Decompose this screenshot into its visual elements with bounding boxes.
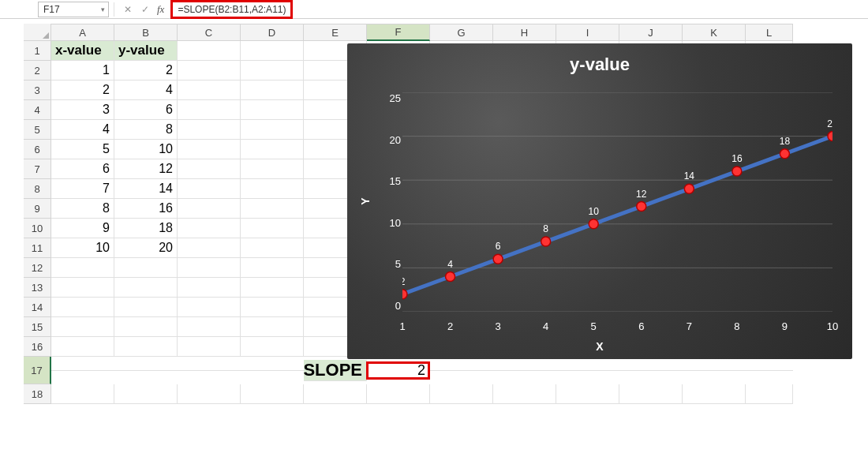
cell-D11[interactable] (241, 238, 304, 258)
cell-D12[interactable] (241, 258, 304, 278)
cell-A6[interactable]: 5 (51, 140, 114, 159)
cell-G18[interactable] (430, 384, 493, 404)
cell-C2[interactable] (178, 61, 241, 80)
cell-B5[interactable]: 8 (114, 120, 178, 140)
cell-H17[interactable] (493, 370, 556, 371)
cell-C9[interactable] (178, 199, 241, 219)
cell-K18[interactable] (683, 384, 746, 404)
row-header-13[interactable]: 13 (24, 278, 51, 298)
cell-I17[interactable] (556, 370, 619, 371)
cell-D10[interactable] (241, 219, 304, 238)
cell-D18[interactable] (241, 384, 304, 404)
cell-A7[interactable]: 6 (51, 159, 114, 179)
cancel-formula-icon[interactable]: ✕ (121, 2, 135, 17)
cell-B8[interactable]: 14 (114, 179, 178, 199)
cell-D15[interactable] (241, 317, 304, 337)
row-header-1[interactable]: 1 (24, 41, 51, 61)
column-header-I[interactable]: I (556, 24, 619, 41)
cell-B14[interactable] (114, 298, 178, 317)
cell-K17[interactable] (683, 370, 746, 371)
cell-D14[interactable] (241, 298, 304, 317)
cell-C6[interactable] (178, 140, 241, 159)
cell-C10[interactable] (178, 219, 241, 238)
row-header-11[interactable]: 11 (24, 238, 51, 258)
cell-J17[interactable] (619, 370, 683, 371)
cell-D7[interactable] (241, 159, 304, 179)
cell-A12[interactable] (51, 258, 114, 278)
row-header-6[interactable]: 6 (24, 140, 51, 159)
cell-D13[interactable] (241, 278, 304, 298)
column-header-L[interactable]: L (746, 24, 793, 41)
cell-A4[interactable]: 3 (51, 100, 114, 120)
cell-F17[interactable]: 2 (367, 362, 430, 380)
row-header-18[interactable]: 18 (24, 384, 51, 404)
cell-H18[interactable] (493, 384, 556, 404)
cell-B4[interactable]: 6 (114, 100, 178, 120)
cell-A2[interactable]: 1 (51, 61, 114, 80)
cell-A14[interactable] (51, 298, 114, 317)
row-header-2[interactable]: 2 (24, 61, 51, 80)
cell-A8[interactable]: 7 (51, 179, 114, 199)
column-header-G[interactable]: G (430, 24, 493, 41)
cell-D16[interactable] (241, 337, 304, 357)
cell-L17[interactable] (746, 370, 793, 371)
column-header-D[interactable]: D (241, 24, 304, 41)
cell-C15[interactable] (178, 317, 241, 337)
cell-C8[interactable] (178, 179, 241, 199)
cell-D8[interactable] (241, 179, 304, 199)
cell-C14[interactable] (178, 298, 241, 317)
row-header-5[interactable]: 5 (24, 120, 51, 140)
cell-B18[interactable] (114, 384, 178, 404)
column-header-C[interactable]: C (178, 24, 241, 41)
column-header-E[interactable]: E (304, 24, 367, 41)
cell-A15[interactable] (51, 317, 114, 337)
chart-data-point[interactable] (493, 254, 503, 264)
accept-formula-icon[interactable]: ✓ (138, 2, 152, 17)
chart-data-point[interactable] (684, 184, 694, 193)
cell-B12[interactable] (114, 258, 178, 278)
chart-data-point[interactable] (446, 272, 455, 282)
chart-container[interactable]: y-value Y X 2520151050 12345678910 24681… (347, 43, 852, 359)
cell-B15[interactable] (114, 317, 178, 337)
chart-data-point[interactable] (589, 219, 598, 229)
cell-A17[interactable] (51, 370, 114, 371)
formula-input[interactable]: =SLOPE(B2:B11,A2:A11) (170, 0, 868, 19)
cell-G17[interactable] (430, 370, 493, 371)
cell-D17[interactable] (241, 370, 304, 371)
cell-B17[interactable] (114, 370, 178, 371)
cell-B7[interactable]: 12 (114, 159, 178, 179)
cell-A11[interactable]: 10 (51, 238, 114, 258)
cell-B9[interactable]: 16 (114, 199, 178, 219)
cell-A3[interactable]: 2 (51, 80, 114, 100)
row-header-15[interactable]: 15 (24, 317, 51, 337)
cell-A10[interactable]: 9 (51, 219, 114, 238)
cell-B2[interactable]: 2 (114, 61, 178, 80)
cell-D6[interactable] (241, 140, 304, 159)
row-header-17[interactable]: 17 (24, 357, 51, 384)
cell-B10[interactable]: 18 (114, 219, 178, 238)
column-header-J[interactable]: J (619, 24, 683, 41)
cell-C11[interactable] (178, 238, 241, 258)
cell-B13[interactable] (114, 278, 178, 298)
cell-J18[interactable] (619, 384, 683, 404)
cell-A9[interactable]: 8 (51, 199, 114, 219)
row-header-8[interactable]: 8 (24, 179, 51, 199)
cell-B6[interactable]: 10 (114, 140, 178, 159)
chart-data-point[interactable] (780, 149, 789, 159)
column-header-B[interactable]: B (114, 24, 178, 41)
cell-A16[interactable] (51, 337, 114, 357)
row-header-4[interactable]: 4 (24, 100, 51, 120)
cell-D1[interactable] (241, 41, 304, 61)
name-box-dropdown-icon[interactable]: ▾ (97, 6, 108, 13)
name-box[interactable]: F17 ▾ (38, 2, 109, 17)
fx-icon[interactable]: fx (157, 3, 164, 16)
cell-I18[interactable] (556, 384, 619, 404)
cell-C7[interactable] (178, 159, 241, 179)
cell-C1[interactable] (178, 41, 241, 61)
cell-C17[interactable] (178, 370, 241, 371)
row-header-14[interactable]: 14 (24, 298, 51, 317)
cell-C5[interactable] (178, 120, 241, 140)
cell-F18[interactable] (367, 384, 430, 404)
cell-A18[interactable] (51, 384, 114, 404)
row-header-16[interactable]: 16 (24, 337, 51, 357)
